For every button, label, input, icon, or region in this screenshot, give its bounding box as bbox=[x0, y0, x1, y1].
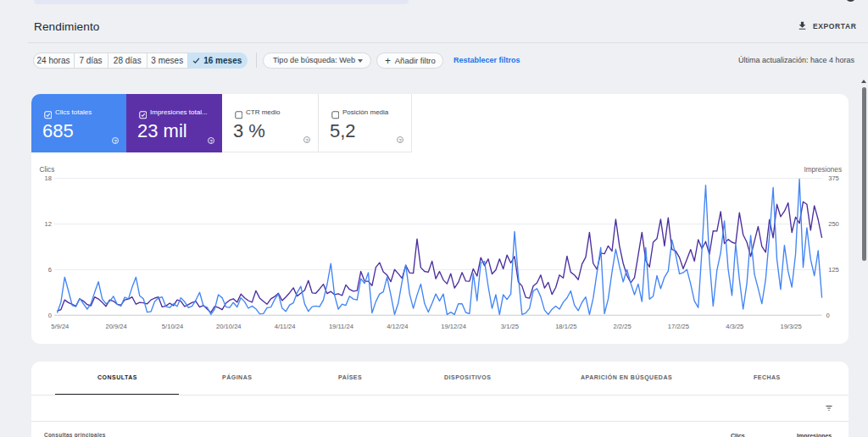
svg-text:19/12/24: 19/12/24 bbox=[441, 323, 466, 330]
svg-text:Clics: Clics bbox=[40, 166, 55, 174]
svg-text:19/11/24: 19/11/24 bbox=[329, 323, 353, 330]
svg-text:0: 0 bbox=[826, 312, 830, 319]
svg-text:12: 12 bbox=[45, 220, 52, 228]
svg-text:20/10/24: 20/10/24 bbox=[216, 323, 242, 330]
svg-text:125: 125 bbox=[828, 266, 839, 274]
svg-text:375: 375 bbox=[828, 174, 839, 182]
svg-text:5/10/24: 5/10/24 bbox=[162, 323, 183, 330]
svg-text:18: 18 bbox=[45, 174, 52, 182]
svg-text:3/1/25: 3/1/25 bbox=[501, 323, 519, 330]
svg-text:Impresiones: Impresiones bbox=[804, 166, 842, 174]
svg-text:4/12/24: 4/12/24 bbox=[387, 323, 408, 330]
svg-text:250: 250 bbox=[828, 220, 839, 228]
svg-text:4/11/24: 4/11/24 bbox=[275, 323, 296, 330]
svg-text:17/2/25: 17/2/25 bbox=[668, 323, 689, 330]
svg-text:4/3/25: 4/3/25 bbox=[726, 323, 743, 330]
svg-text:6: 6 bbox=[48, 266, 52, 274]
svg-text:18/1/25: 18/1/25 bbox=[555, 323, 576, 330]
svg-text:5/9/24: 5/9/24 bbox=[51, 323, 69, 330]
svg-text:0: 0 bbox=[48, 312, 52, 319]
svg-text:20/9/24: 20/9/24 bbox=[105, 323, 126, 330]
svg-text:19/3/25: 19/3/25 bbox=[780, 323, 801, 330]
svg-text:2/2/25: 2/2/25 bbox=[614, 323, 632, 330]
